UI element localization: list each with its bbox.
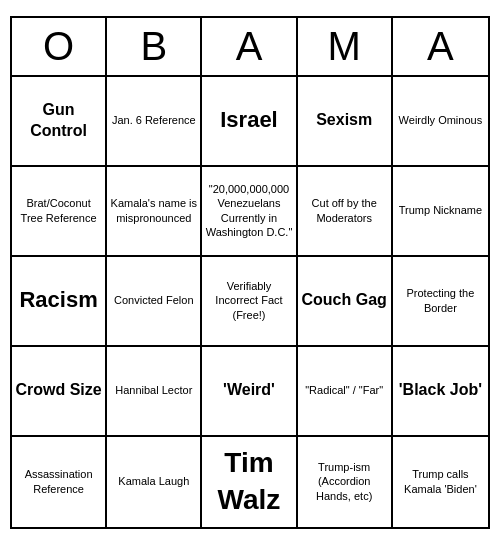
cell-text-row4-col2: Tim Walz: [205, 445, 292, 518]
cell-text-row3-col0: Crowd Size: [15, 380, 101, 401]
cell-row4-col2: Tim Walz: [202, 437, 297, 527]
cell-text-row4-col0: Assassination Reference: [15, 467, 102, 496]
cell-text-row3-col2: 'Weird': [223, 380, 275, 401]
cell-text-row2-col1: Convicted Felon: [114, 293, 194, 307]
cell-text-row3-col4: 'Black Job': [399, 380, 482, 401]
cell-text-row1-col4: Trump Nickname: [399, 203, 482, 217]
cell-row2-col0: Racism: [12, 257, 107, 347]
cell-row2-col1: Convicted Felon: [107, 257, 202, 347]
cell-text-row4-col3: Trump-ism (Accordion Hands, etc): [301, 460, 388, 503]
cell-row0-col2: Israel: [202, 77, 297, 167]
cell-text-row4-col4: Trump calls Kamala 'Biden': [396, 467, 485, 496]
cell-text-row2-col3: Couch Gag: [302, 290, 387, 311]
cell-text-row2-col4: Protecting the Border: [396, 286, 485, 315]
cell-row3-col1: Hannibal Lector: [107, 347, 202, 437]
cell-row1-col0: Brat/Coconut Tree Reference: [12, 167, 107, 257]
bingo-header: OBAMA: [12, 18, 488, 77]
header-letter-M-3: M: [298, 18, 393, 75]
cell-text-row0-col3: Sexism: [316, 110, 372, 131]
bingo-grid: Gun ControlJan. 6 ReferenceIsraelSexismW…: [12, 77, 488, 527]
cell-text-row2-col2: Verifiably Incorrect Fact (Free!): [205, 279, 292, 322]
cell-text-row0-col1: Jan. 6 Reference: [112, 113, 196, 127]
cell-row0-col3: Sexism: [298, 77, 393, 167]
cell-text-row0-col4: Weirdly Ominous: [399, 113, 483, 127]
cell-row3-col3: "Radical" / "Far": [298, 347, 393, 437]
cell-text-row0-col0: Gun Control: [15, 100, 102, 142]
cell-text-row3-col1: Hannibal Lector: [115, 383, 192, 397]
cell-row2-col2: Verifiably Incorrect Fact (Free!): [202, 257, 297, 347]
cell-text-row3-col3: "Radical" / "Far": [305, 383, 383, 397]
cell-text-row1-col1: Kamala's name is mispronounced: [110, 196, 197, 225]
cell-row1-col2: "20,000,000,000 Venezuelans Currently in…: [202, 167, 297, 257]
cell-row3-col0: Crowd Size: [12, 347, 107, 437]
cell-row4-col4: Trump calls Kamala 'Biden': [393, 437, 488, 527]
cell-text-row1-col0: Brat/Coconut Tree Reference: [15, 196, 102, 225]
cell-text-row2-col0: Racism: [19, 286, 97, 315]
cell-text-row4-col1: Kamala Laugh: [118, 474, 189, 488]
cell-row0-col1: Jan. 6 Reference: [107, 77, 202, 167]
cell-row0-col4: Weirdly Ominous: [393, 77, 488, 167]
cell-row4-col1: Kamala Laugh: [107, 437, 202, 527]
cell-row2-col3: Couch Gag: [298, 257, 393, 347]
header-letter-A-4: A: [393, 18, 488, 75]
cell-text-row0-col2: Israel: [220, 106, 278, 135]
cell-text-row1-col3: Cut off by the Moderators: [301, 196, 388, 225]
cell-row4-col3: Trump-ism (Accordion Hands, etc): [298, 437, 393, 527]
cell-row1-col1: Kamala's name is mispronounced: [107, 167, 202, 257]
header-letter-O-0: O: [12, 18, 107, 75]
header-letter-B-1: B: [107, 18, 202, 75]
cell-row3-col2: 'Weird': [202, 347, 297, 437]
header-letter-A-2: A: [202, 18, 297, 75]
cell-row1-col3: Cut off by the Moderators: [298, 167, 393, 257]
cell-row0-col0: Gun Control: [12, 77, 107, 167]
cell-row3-col4: 'Black Job': [393, 347, 488, 437]
cell-text-row1-col2: "20,000,000,000 Venezuelans Currently in…: [205, 182, 292, 239]
cell-row2-col4: Protecting the Border: [393, 257, 488, 347]
cell-row4-col0: Assassination Reference: [12, 437, 107, 527]
bingo-card: OBAMA Gun ControlJan. 6 ReferenceIsraelS…: [10, 16, 490, 529]
cell-row1-col4: Trump Nickname: [393, 167, 488, 257]
